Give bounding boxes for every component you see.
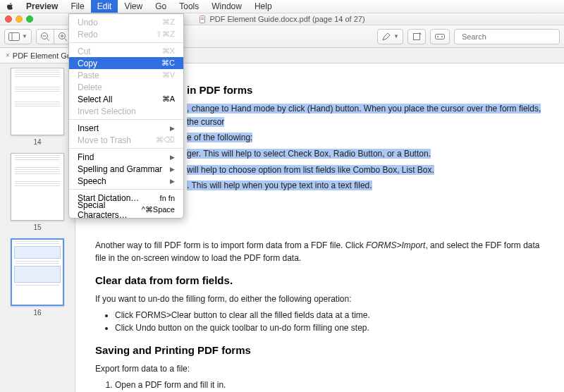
- menu-separator: [69, 148, 183, 149]
- doc-heading: Clear data from form fields.: [95, 272, 544, 288]
- sidebar-icon: [8, 32, 20, 41]
- chevron-down-icon: ▼: [22, 33, 27, 39]
- svg-rect-14: [436, 34, 445, 39]
- svg-rect-3: [9, 32, 20, 40]
- menu-undo: Undo⌘Z: [69, 16, 183, 28]
- thumbnail-sidebar[interactable]: 14 15 16: [0, 63, 75, 392]
- menubar-go[interactable]: Go: [149, 0, 173, 13]
- menu-separator: [69, 189, 183, 190]
- doc-paragraph: If you want to un-do the filling form, d…: [95, 293, 544, 306]
- menubar: Preview File Edit View Go Tools Window H…: [0, 0, 564, 13]
- menu-insert[interactable]: Insert▶: [69, 122, 183, 134]
- menu-separator: [69, 42, 183, 43]
- svg-line-9: [64, 38, 67, 41]
- doc-paragraph: e of the following:: [187, 131, 544, 145]
- menu-cut: Cut⌘X: [69, 45, 183, 57]
- doc-bullet: . This will help when you type text into…: [187, 179, 544, 192]
- chevron-down-icon: ▼: [393, 33, 399, 39]
- menu-redo: Redo⇧⌘Z: [69, 28, 183, 40]
- window-title: PDF Element Guide.docx.pdf (page 14 of 2…: [209, 15, 364, 23]
- doc-paragraph: , change to Hand mode by click (Hand) bu…: [187, 102, 544, 128]
- zoom-group: [36, 29, 72, 44]
- close-tab-icon[interactable]: ×: [6, 51, 10, 59]
- menubar-view[interactable]: View: [118, 0, 149, 13]
- menu-delete: Delete: [69, 81, 183, 93]
- doc-paragraph: Another way to fill PDF form is to impor…: [95, 239, 544, 265]
- minimize-window-button[interactable]: [16, 16, 23, 23]
- svg-point-16: [441, 36, 443, 37]
- highlight-button[interactable]: ▼: [377, 29, 403, 44]
- search-input[interactable]: [462, 32, 559, 41]
- doc-ordered-list: Open a PDF form and fill it in. Click FO…: [115, 379, 544, 392]
- markup-button[interactable]: [430, 29, 450, 44]
- search-field[interactable]: [454, 29, 560, 44]
- menubar-app[interactable]: Preview: [20, 0, 64, 13]
- menu-find[interactable]: Find▶: [69, 151, 183, 163]
- doc-list-item: Click FORMS>Clear button to clear all th…: [115, 309, 544, 322]
- thumbnail-label: 15: [33, 223, 41, 231]
- thumbnail-label: 16: [33, 309, 41, 317]
- close-window-button[interactable]: [5, 16, 12, 23]
- doc-bullet: will help to choose option from list fie…: [187, 164, 544, 177]
- menubar-tools[interactable]: Tools: [173, 0, 205, 13]
- zoom-out-icon: [40, 32, 50, 42]
- menubar-edit[interactable]: Edit: [91, 0, 118, 13]
- zoom-window-button[interactable]: [26, 16, 33, 23]
- menu-speech[interactable]: Speech▶: [69, 175, 183, 187]
- apple-logo-icon: [6, 2, 14, 11]
- svg-line-6: [47, 38, 49, 41]
- menubar-file[interactable]: File: [64, 0, 90, 13]
- doc-heading: Saving and Printing PDF forms: [95, 342, 544, 358]
- markup-icon: [434, 32, 446, 41]
- doc-bullet: ger. This will help to select Check Box,…: [187, 147, 544, 161]
- rotate-icon: [412, 32, 422, 42]
- window-controls: [5, 16, 33, 23]
- thumbnail-label: 14: [33, 138, 41, 146]
- zoom-in-icon: [58, 32, 68, 42]
- menu-select-all[interactable]: Select All⌘A: [69, 93, 183, 105]
- page-thumbnail[interactable]: [11, 68, 64, 135]
- highlight-icon: [381, 32, 391, 42]
- menu-separator: [69, 119, 183, 120]
- doc-list-item: Click Undo button on the quick toolbar t…: [115, 321, 544, 335]
- page-thumbnail[interactable]: [11, 153, 64, 221]
- svg-point-15: [437, 36, 439, 37]
- doc-paragraph: Export form data to a file:: [95, 362, 544, 376]
- sidebar-mode-button[interactable]: ▼: [4, 29, 32, 44]
- svg-rect-13: [414, 33, 420, 39]
- doc-list: Click FORMS>Clear button to clear all th…: [115, 309, 544, 335]
- menu-spelling-grammar[interactable]: Spelling and Grammar▶: [69, 163, 183, 175]
- doc-list-item: Open a PDF form and fill it in.: [115, 379, 544, 392]
- doc-heading: in PDF forms: [187, 82, 544, 98]
- menu-move-to-trash: Move to Trash⌘⌫: [69, 134, 183, 146]
- menubar-help[interactable]: Help: [248, 0, 278, 13]
- menu-copy[interactable]: Copy⌘C: [69, 57, 183, 69]
- svg-rect-2: [201, 19, 204, 20]
- zoom-out-button[interactable]: [36, 29, 54, 44]
- page-thumbnail-current[interactable]: [11, 238, 64, 306]
- menu-invert-selection: Invert Selection: [69, 105, 183, 117]
- menubar-window[interactable]: Window: [205, 0, 248, 13]
- document-icon: [199, 16, 207, 23]
- menu-paste: Paste⌘V: [69, 69, 183, 81]
- menu-special-characters[interactable]: Special Characters…^⌘Space: [69, 204, 183, 216]
- svg-rect-1: [201, 18, 204, 18]
- rotate-button[interactable]: [407, 29, 426, 44]
- edit-menu: Undo⌘Z Redo⇧⌘Z Cut⌘X Copy⌘C Paste⌘V Dele…: [68, 13, 184, 219]
